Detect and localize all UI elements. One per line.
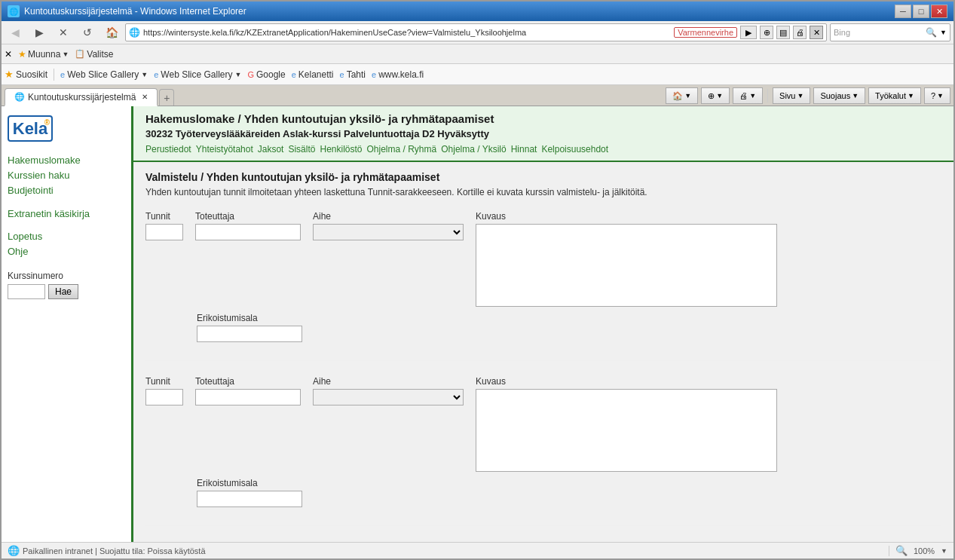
print-button[interactable]: 🖨 (793, 26, 807, 39)
nav-perustiedot[interactable]: Perustiedot (145, 144, 191, 155)
tunnit-input-2[interactable] (145, 389, 183, 405)
erikoistumisala-input-2[interactable] (197, 491, 302, 507)
erikoistumisala-group-1: Erikoistumisala (197, 313, 302, 342)
tab-close-icon[interactable]: ✕ (142, 93, 148, 101)
form-block-1: Tunnit Toteuttaja Aihe (145, 211, 941, 361)
sidebar-item-extranet[interactable]: Extranetin käsikirja (8, 207, 125, 221)
close-address-button[interactable]: ✕ (810, 26, 823, 39)
kurssi-input-row: Hae (8, 284, 125, 299)
sivu-button[interactable]: Sivu ▼ (773, 87, 810, 104)
content-area: Kela ® Hakemuslomake Kurssien haku Budje… (2, 106, 953, 542)
erikoistumisala-input-1[interactable] (197, 326, 302, 342)
favorites-bar: ★ Suosikit e Web Slice Gallery ▼ e Web S… (2, 64, 953, 85)
print-sec-button[interactable]: 🖨 ▼ (733, 87, 763, 104)
hae-button[interactable]: Hae (48, 284, 78, 299)
kela-registered-icon: ® (44, 118, 50, 127)
tunnit-group-2: Tunnit (145, 376, 183, 405)
nav-kelpoisuusehdot[interactable]: Kelpoisuusehdot (541, 144, 608, 155)
sidebar-item-lopetus[interactable]: Lopetus (8, 230, 125, 243)
rss-button[interactable]: ⊕ (760, 26, 773, 39)
fav-webslice1-label: Web Slice Gallery (67, 69, 139, 80)
section-desc: Yhden kuntoutujan tunnit ilmoitetaan yht… (145, 186, 941, 199)
toolbar-sep (767, 89, 768, 103)
nav-yhteistyotahot[interactable]: Yhteistyötahot (196, 144, 253, 155)
back-button[interactable]: ◀ (5, 23, 26, 41)
toteuttaja-input-1[interactable] (195, 224, 301, 240)
tyokalut-button[interactable]: Työkalut ▼ (868, 87, 921, 104)
sidebar-item-ohje[interactable]: Ohje (8, 245, 125, 259)
minimize-button[interactable]: ─ (895, 5, 911, 18)
aihe-label-1: Aihe (313, 211, 464, 222)
webslice2-dropdown[interactable]: ▼ (235, 71, 242, 78)
erikoistumisala-label-2: Erikoistumisala (197, 478, 302, 488)
rss-sec-button[interactable]: ⊕ ▼ (701, 87, 730, 104)
fav-webslice1[interactable]: e Web Slice Gallery ▼ (60, 69, 148, 80)
fav-google-label: Google (256, 69, 286, 80)
close-button[interactable]: ✕ (931, 5, 947, 18)
erikoistumisala-label-1: Erikoistumisala (197, 313, 302, 323)
suosikit-label: Suosikit (16, 69, 47, 80)
maximize-button[interactable]: □ (913, 5, 929, 18)
kurssinumero-label: Kurssinumero (8, 271, 125, 281)
search-bar[interactable]: Bing 🔍 ▼ (830, 23, 950, 41)
nav-ohjelma-yksilo[interactable]: Ohjelma / Yksilö (441, 144, 506, 155)
kuvaus-label-1: Kuvaus (476, 211, 777, 222)
zoom-icon: 🔍 (895, 545, 908, 556)
aihe-group-2: Aihe (313, 376, 464, 405)
nav-jaksot[interactable]: Jaksot (258, 144, 284, 155)
title-bar-left: 🌐 Kuntoutuskurssijärjestelmä - Windows I… (8, 5, 246, 17)
fav-google[interactable]: G Google (247, 69, 285, 80)
sidebar-item-hakemuslomake[interactable]: Hakemuslomake (8, 154, 125, 167)
menu-bar: ✕ ★ Muunna ▼ 📋 Valitse (2, 44, 953, 64)
nav-ohjelma-ryhma[interactable]: Ohjelma / Ryhmä (367, 144, 437, 155)
fav-webslice2[interactable]: e Web Slice Gallery ▼ (154, 69, 241, 80)
nav-bar: ◀ ▶ ✕ ↺ 🏠 🌐 https://wintersyste.kela.fi/… (2, 21, 953, 44)
valitse-menu[interactable]: 📋 Valitse (75, 49, 113, 60)
address-bar[interactable]: 🌐 https://wintersyste.kela.fi/kz/KZExtra… (125, 23, 827, 41)
stop-button[interactable]: ✕ (53, 23, 74, 41)
fav-kelanetti[interactable]: e Kelanetti (292, 69, 334, 80)
address-go-button[interactable]: ▶ (740, 26, 757, 39)
aihe-select-2[interactable] (313, 389, 464, 405)
toteuttaja-input-2[interactable] (195, 389, 301, 405)
status-sep-1 (889, 546, 889, 556)
home-sec-button[interactable]: 🏠 ▼ (666, 87, 698, 104)
zoom-dropdown-icon[interactable]: ▼ (941, 547, 947, 555)
kuvaus-textarea-2[interactable] (476, 389, 777, 472)
tunnit-group-1: Tunnit (145, 211, 183, 240)
fav-tahti[interactable]: e Tahti (340, 69, 366, 80)
fav-kela-label: www.kela.fi (378, 69, 424, 80)
nav-henkilosto[interactable]: Henkilöstö (320, 144, 362, 155)
muunna-dropdown: ▼ (62, 50, 69, 58)
suojaus-button[interactable]: Suojaus ▼ (813, 87, 865, 104)
help-button[interactable]: ? ▼ (924, 87, 950, 104)
zoom-level: 100% (914, 546, 935, 555)
fav-kela[interactable]: e www.kela.fi (372, 69, 424, 80)
kurssinumero-input[interactable] (8, 284, 45, 299)
webslice1-dropdown[interactable]: ▼ (141, 71, 148, 78)
search-dropdown-icon[interactable]: ▼ (940, 29, 947, 36)
aihe-select-1[interactable] (313, 224, 464, 240)
search-icon[interactable]: 🔍 (926, 27, 937, 38)
nav-hinnat[interactable]: Hinnat (511, 144, 537, 155)
refresh-button[interactable]: ↺ (77, 23, 98, 41)
status-text: Paikallinen intranet | Suojattu tila: Po… (23, 546, 206, 555)
kela-fav-icon: e (372, 70, 376, 79)
kuvaus-textarea-1[interactable] (476, 224, 777, 307)
sidebar-item-kurssien-haku[interactable]: Kurssien haku (8, 169, 125, 182)
new-tab-button[interactable]: + (159, 89, 174, 106)
sidebar-item-budjetointi[interactable]: Budjetointi (8, 184, 125, 197)
nav-sisalto[interactable]: Sisältö (288, 144, 315, 155)
suosikit-button[interactable]: ★ Suosikit (5, 69, 47, 80)
main-tab[interactable]: 🌐 Kuntoutuskurssijärjestelmä ✕ (5, 88, 158, 106)
tunnit-input-1[interactable] (145, 224, 183, 240)
fav-webslice2-label: Web Slice Gallery (161, 69, 232, 80)
forward-button[interactable]: ▶ (29, 23, 50, 41)
close-tabs-button[interactable]: ✕ (5, 49, 12, 60)
form-row-2-erikoistumisala: Erikoistumisala (197, 478, 941, 507)
compat-button[interactable]: ▤ (776, 26, 790, 39)
muunna-menu[interactable]: ★ Muunna ▼ (18, 49, 69, 60)
home-button[interactable]: 🏠 (101, 23, 122, 41)
status-bar: 🌐 Paikallinen intranet | Suojattu tila: … (2, 542, 953, 558)
content-section: Valmistelu / Yhden kuntoutujan yksilö- j… (133, 162, 953, 542)
